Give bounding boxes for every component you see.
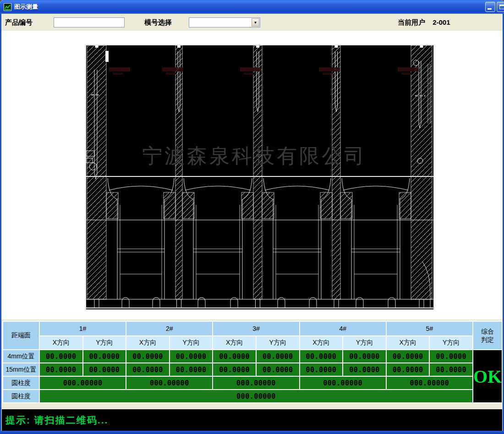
- mold-select-dropdown[interactable]: ▼: [189, 17, 260, 27]
- axis-header: Y方向: [343, 336, 386, 349]
- window-title: 图示测量: [14, 3, 38, 11]
- col-group-header: 3#: [213, 322, 299, 335]
- judge-cell: OK: [473, 350, 502, 402]
- status-bar: 提示: 请扫描二维码...: [2, 409, 502, 431]
- main-area: 宁波森泉科技有限公司: [1, 31, 503, 319]
- value-cell: 000.00000: [213, 377, 299, 389]
- value-cell: 00.0000: [343, 363, 386, 376]
- value-cell: 000.00000: [40, 377, 126, 389]
- col-group-header: 2#: [126, 322, 212, 335]
- value-cell: 00.0000: [430, 350, 472, 363]
- axis-header: X方向: [40, 336, 82, 349]
- value-cell: 00.0000: [170, 363, 213, 376]
- value-cell: 00.0000: [213, 363, 256, 376]
- row-label: 圆柱度: [3, 377, 39, 389]
- title-bar[interactable]: 图示测量: [0, 0, 504, 14]
- window-border-left: [0, 14, 1, 434]
- minimize-button[interactable]: [485, 2, 495, 12]
- corner-header: 距端面: [3, 322, 39, 349]
- app-window: 图示测量 产品编号 模号选择 ▼ 当前用户 2-001: [0, 0, 504, 434]
- value-cell: 00.0000: [170, 350, 213, 363]
- value-cell: 00.0000: [300, 350, 343, 363]
- axis-header: Y方向: [430, 336, 472, 349]
- col-group-header: 5#: [387, 322, 472, 335]
- row-label: 15mm位置: [3, 363, 39, 376]
- status-message: 提示: 请扫描二维码...: [5, 414, 108, 427]
- value-cell: 00.0000: [83, 350, 126, 363]
- value-cell: 000.00000: [126, 377, 212, 389]
- value-cell: 00.0000: [300, 363, 343, 376]
- value-cell: 00.0000: [126, 363, 169, 376]
- judge-header-line: 综合: [481, 327, 494, 335]
- axis-header: X方向: [213, 336, 256, 349]
- value-cell: 000.00000: [40, 390, 472, 402]
- value-cell: 00.0000: [257, 363, 299, 376]
- value-cell: 00.0000: [387, 363, 429, 376]
- mold-select-value: [191, 19, 251, 26]
- window-border-bottom: [0, 431, 504, 434]
- row-label: 4mm位置: [3, 350, 39, 363]
- app-icon: [4, 3, 11, 11]
- axis-header: Y方向: [170, 336, 213, 349]
- toolbar: 产品编号 模号选择 ▼ 当前用户 2-001: [1, 14, 503, 31]
- value-cell: 00.0000: [387, 350, 429, 363]
- col-group-header: 4#: [300, 322, 386, 335]
- chevron-down-icon[interactable]: ▼: [252, 18, 259, 27]
- cad-drawing: 宁波森泉科技有限公司: [85, 44, 434, 310]
- current-user-label: 当前用户: [398, 18, 425, 26]
- value-cell: 00.0000: [126, 350, 169, 363]
- value-cell: 000.00000: [300, 377, 386, 389]
- product-number-input[interactable]: [54, 17, 125, 27]
- judge-header: 综合判定: [473, 322, 502, 349]
- value-cell: 00.0000: [213, 350, 256, 363]
- axis-header: X方向: [126, 336, 169, 349]
- row-label: 圆柱度: [3, 390, 39, 402]
- current-user: 当前用户 2-001: [398, 14, 450, 31]
- minimize-icon: [488, 8, 492, 10]
- measure-table: 距端面1#2#3#4#5#X方向Y方向X方向Y方向X方向Y方向X方向Y方向X方向…: [2, 321, 503, 403]
- mold-select-label: 模号选择: [144, 14, 172, 31]
- value-cell: 00.0000: [83, 363, 126, 376]
- value-cell: 000.00000: [387, 377, 472, 389]
- value-cell: 00.0000: [430, 363, 472, 376]
- value-cell: 00.0000: [40, 350, 82, 363]
- value-cell: 00.0000: [343, 350, 386, 363]
- table-zone: 距端面1#2#3#4#5#X方向Y方向X方向Y方向X方向Y方向X方向Y方向X方向…: [1, 319, 503, 409]
- product-number-label: 产品编号: [5, 14, 33, 31]
- watermark-text: 宁波森泉科技有限公司: [142, 144, 367, 167]
- maximize-button[interactable]: [497, 2, 504, 12]
- judge-header-line: 判定: [481, 335, 494, 344]
- axis-header: X方向: [387, 336, 429, 349]
- axis-header: Y方向: [257, 336, 299, 349]
- value-cell: 00.0000: [40, 363, 82, 376]
- maximize-icon: [499, 5, 504, 9]
- axis-header: X方向: [300, 336, 343, 349]
- current-user-value: 2-001: [433, 18, 450, 26]
- col-group-header: 1#: [40, 322, 126, 335]
- axis-header: Y方向: [83, 336, 126, 349]
- value-cell: 00.0000: [257, 350, 299, 363]
